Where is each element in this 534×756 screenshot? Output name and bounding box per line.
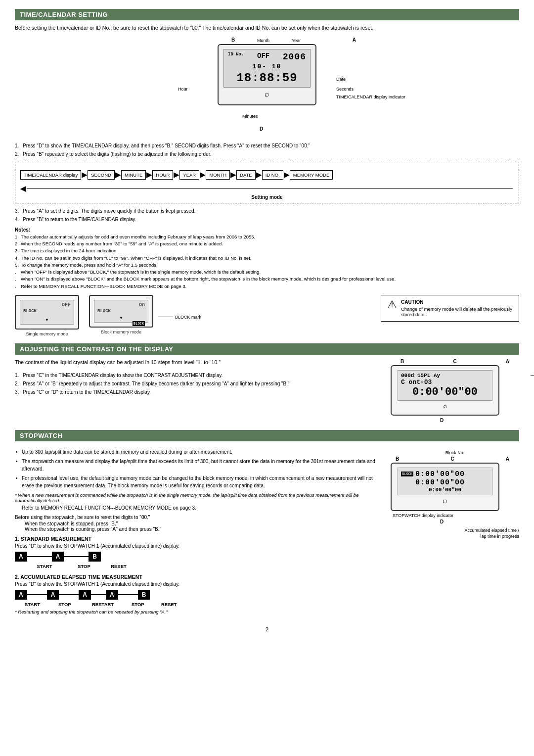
acc-dash-3 [101,594,106,595]
flow-item-minute: MINUTE [121,170,146,180]
sw-recall-ref: Refer to MEMORY RECALL FUNCTION---BLOCK … [22,505,381,511]
caution-icon: ⚠ [387,299,397,310]
flow-item-tc: TIME/CALENDAR display [20,170,81,180]
contrast-display-wrapper: 000d 15PL Ay C ont-03 0:00'00"00 ⌕ Contr… [391,365,519,416]
acc-btn-a4-group: A [106,590,118,600]
accumulated-btn-diagram: A A A A B [15,590,381,600]
date-label: Date [336,77,346,82]
single-memory-display: OFF BLOCK ▼ [15,295,79,330]
single-memory-display-group: OFF BLOCK ▼ Single memory mode [15,295,79,336]
note-5b: When "ON" is displayed above "BLOCK" and… [15,276,519,283]
acc-line-1 [27,594,47,595]
flow-arrow-3: ▶ [146,171,152,179]
contrast-level-label: Contrast level [531,371,534,381]
sw-b-label: B [396,456,399,462]
block-mark-label: BLOCK mark [158,315,201,320]
sw-row2: 0:00'00"00 [415,478,465,487]
sw-scroll-icon: ⌕ [398,496,492,505]
contrast-labels-top: B C A [391,359,519,365]
std-line-2 [64,556,89,557]
flow-arrow-2: ▶ [115,171,121,179]
tc-steps-initial: Press "D" to show the TIME/CALENDAR disp… [15,142,519,158]
page-number: 2 [15,626,519,632]
acc-dash-2 [96,594,101,595]
block-no-label: Block No. [391,450,519,455]
flow-item-idno: ID NO. [262,170,283,180]
note-5: To change the memory mode, press and hol… [15,262,519,269]
contrast-row3: 0:00'00"00 [401,386,489,398]
contrast-step-2: Press "A" or "B" repeatedly to adjust th… [15,380,381,387]
contrast-c-label: C [453,359,456,364]
flow-arrow-1: ▶ [82,171,87,179]
notes-list: The calendar automatically adjusts for o… [15,234,519,290]
sw-inner: BLOCK 0:00'00"00 BLOCK 0:00'00"00 0:00'0… [398,468,492,495]
month-label: Month [257,38,269,43]
standard-btn-diagram: A A B [15,552,381,562]
tc-scroll-icon: ⌕ [223,90,311,98]
acc-line-3 [118,594,138,595]
flow-item-date: DATE [236,170,256,180]
sw-reset-counting: When the stopwatch is counting, press "A… [25,526,381,532]
note-1: The calendar automatically adjusts for o… [15,234,519,240]
std-btn-a2: A [52,552,64,562]
contrast-b-label: B [400,359,404,364]
notes-title: Notes: [15,227,519,233]
block-on-text: On [97,302,145,308]
stopwatch-side: Block No. B C A BLOCK 0:00'00"00 BLOCK [391,445,519,540]
flow-arrow-6: ▶ [230,171,236,179]
minutes-label: Minutes [242,114,258,119]
single-scroll: ▼ [23,318,71,322]
std-btn-start-group: A [15,552,27,562]
tc-steps-later: Press "A" to set the digits. The digits … [15,207,519,223]
contrast-intro: The contrast of the liquid crystal displ… [15,359,381,367]
note-5a: When "OFF" is displayed above "BLOCK," t… [15,269,519,276]
contrast-side: B C A 000d 15PL Ay C ont-03 0:00'00"00 ⌕ [391,359,519,423]
sw-acc-label: Accumulated elapsed time / lap time in p… [391,527,519,540]
contrast-main: The contrast of the liquid crystal displ… [15,359,381,399]
time-calendar-section: TIME/CALENDAR SETTING Before setting the… [15,9,519,336]
time-calendar-diagram: B A Month Year ID No. OFF 2006 10- 10 [15,37,519,136]
note-2: When the SECOND reads any number from "3… [15,240,519,247]
contrast-display: 000d 15PL Ay C ont-03 0:00'00"00 ⌕ [391,365,499,416]
sw-block-indicator: BLOCK [401,472,413,476]
stopwatch-bullets: Up to 300 lap/split time data can be sto… [15,448,381,489]
tc-watch-body: ID No. OFF 2006 10- 10 18:88:59 ⌕ [218,44,316,105]
block-mark-box: BLOCK [133,321,145,326]
block-memory-display-group: On BLOCK ▼ BLOCK Block memory mode BLOCK… [89,295,153,334]
std-btn-a1: A [15,552,27,562]
time-calendar-intro: Before setting the time/calendar or ID N… [15,24,519,32]
accumulated-desc: Press "D" to show the STOPWATCH 1 (Accum… [15,581,381,587]
sw-c-label: C [450,456,454,462]
year-display: 2006 [283,52,306,62]
acc-start-label: START [25,602,58,607]
caution-box: ⚠ CAUTION Change of memory mode will del… [381,295,519,322]
acc-line-2 [59,594,79,595]
sw-bullet-2: The stopwatch can measure and display th… [15,458,381,472]
sw-display-wrapper: BLOCK 0:00'00"00 BLOCK 0:00'00"00 0:00'0… [391,463,519,511]
note-3: The time is displayed in the 24-hour ind… [15,247,519,254]
sw-indicator-label: STOPWATCH display indicator [393,513,519,518]
id-no-display-label: ID No. [228,52,244,62]
single-memory-label: Single memory mode [15,331,79,336]
flow-diagram-wrapper: TIME/CALENDAR display ▶ SECOND ▶ MINUTE … [15,162,519,203]
tc-step-2: Press "B" repeatedly to select the digit… [15,150,519,158]
sw-row2-wrap: BLOCK 0:00'00"00 [401,478,489,487]
contrast-a-label: A [506,359,509,364]
acc-btn-b: B [138,590,150,600]
flow-back-arrow: ◀ [20,185,514,192]
caution-text: Change of memory mode will delete all th… [401,306,513,317]
block-memory-label: Block memory mode [89,330,153,334]
sw-row1: 0:00'00"00 [415,470,465,478]
flow-arrow-7: ▶ [256,171,262,179]
acc-btn-a3: A [79,590,91,600]
flow-item-hour: HOUR [152,170,173,180]
std-stop-label: STOP [64,564,104,569]
contrast-scroll: ⌕ [398,402,492,410]
contrast-inner: 000d 15PL Ay C ont-03 0:00'00"00 [398,370,492,401]
std-start-label: START [25,564,64,569]
flow-arrow-8: ▶ [284,171,289,179]
tc-step-3: Press "A" to set the digits. The digits … [15,207,519,215]
acc-btn-a3-group: A [79,590,91,600]
acc-stop2-label: STOP [132,602,161,607]
flow-item-second: SECOND [88,170,115,180]
